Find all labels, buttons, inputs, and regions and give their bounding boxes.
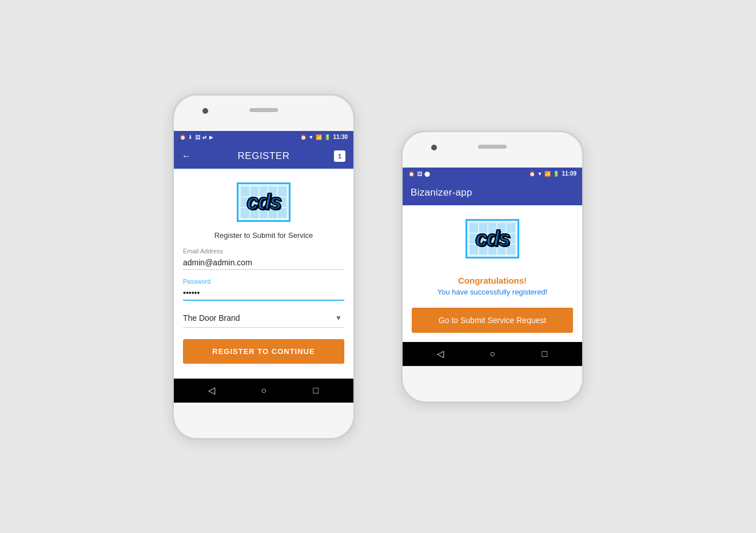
- alarm2-icon-1: ⏰: [300, 134, 307, 140]
- download-icon-1: ⬇: [188, 134, 193, 140]
- image-icon-1: 🖼: [195, 134, 200, 140]
- nav-back-icon-2[interactable]: ◁: [432, 345, 449, 363]
- password-label-1: Password: [183, 278, 344, 285]
- status-icons-right-1: ⏰ ▼ 📶 🔋 11:30: [300, 134, 348, 140]
- email-label-1: Email Address: [183, 248, 344, 254]
- dropdown-wrapper-1: The Door Brand Brand A Brand B ▼: [183, 309, 344, 328]
- nav-home-icon-1[interactable]: ○: [255, 382, 272, 399]
- nav-recents-icon-2[interactable]: □: [536, 345, 553, 363]
- cds-logo-text-1: cds: [246, 190, 280, 214]
- image-icon-2: 🖼: [417, 171, 422, 177]
- alarm-icon-1: ⏰: [180, 134, 186, 140]
- status-icons-right-2: ⏰ ▼ 📶 🔋 11:09: [529, 170, 577, 177]
- submit-service-button-2[interactable]: Go to Submit Service Request: [412, 308, 573, 333]
- play-icon-1: ▶: [209, 134, 213, 140]
- cds-logo-1: cds: [237, 182, 290, 222]
- password-group-1: Password: [183, 278, 344, 301]
- back-button-1[interactable]: ←: [182, 151, 199, 161]
- phone-1: ⏰ ⬇ 🖼 ⇄ ▶ ⏰ ▼ 📶 🔋 11:30 ← REGISTER: [172, 94, 355, 440]
- screen-content-1: cds Register to Submit for Service Email…: [174, 169, 353, 379]
- phone-1-screen: ⏰ ⬇ 🖼 ⇄ ▶ ⏰ ▼ 📶 🔋 11:30 ← REGISTER: [174, 131, 353, 403]
- cds-logo-2: cds: [465, 219, 519, 258]
- app-bar-right-1: 1: [328, 150, 345, 162]
- camera-1: [202, 108, 208, 114]
- screen-content-2: cds Congratulations! You have successful…: [403, 205, 582, 342]
- alarm2-icon-2: ⏰: [529, 171, 535, 177]
- cds-logo-text-2: cds: [475, 226, 509, 251]
- circle-icon-2: ⬤: [424, 171, 430, 177]
- congratulations-text-2: Congratulations!: [458, 276, 527, 285]
- time-1: 11:30: [333, 134, 348, 140]
- battery-icon-1: 🔋: [324, 134, 331, 140]
- form-subtitle-1: Register to Submit for Service: [214, 231, 313, 240]
- phone-2-screen: ⏰ 🖼 ⬤ ⏰ ▼ 📶 🔋 11:09 Bizanizer-app: [403, 168, 582, 366]
- nav-bar-2: ◁ ○ □: [403, 342, 582, 366]
- dropdown-group-1: The Door Brand Brand A Brand B ▼: [183, 309, 344, 328]
- camera-2: [431, 145, 437, 150]
- status-icons-left-2: ⏰ 🖼 ⬤: [408, 171, 430, 177]
- nav-bar-1: ◁ ○ □: [174, 379, 353, 403]
- success-subtitle-2: You have successfully registered!: [437, 288, 547, 296]
- phone-2: ⏰ 🖼 ⬤ ⏰ ▼ 📶 🔋 11:09 Bizanizer-app: [401, 130, 584, 403]
- email-group-1: Email Address: [183, 248, 344, 270]
- status-icons-left-1: ⏰ ⬇ 🖼 ⇄ ▶: [180, 134, 213, 140]
- status-bar-2: ⏰ 🖼 ⬤ ⏰ ▼ 📶 🔋 11:09: [403, 168, 582, 180]
- wifi-icon-2: ▼: [538, 171, 543, 177]
- register-button-1[interactable]: REGISTER TO CONTINUE: [183, 339, 344, 364]
- nav-recents-icon-1[interactable]: □: [307, 382, 324, 399]
- alarm-icon-2: ⏰: [408, 171, 415, 177]
- time-2: 11:09: [562, 170, 576, 177]
- app-bar-1: ← REGISTER 1: [174, 144, 353, 169]
- nav-home-icon-2[interactable]: ○: [484, 345, 501, 363]
- speaker-2: [478, 145, 507, 149]
- password-input-1[interactable]: [183, 286, 344, 301]
- brand-dropdown-1[interactable]: The Door Brand Brand A Brand B: [183, 309, 344, 328]
- notification-badge-1[interactable]: 1: [334, 150, 345, 162]
- sync-icon-1: ⇄: [202, 134, 207, 140]
- phone-1-bottom: [174, 403, 353, 438]
- speaker-1: [249, 108, 278, 112]
- signal-icon-1: 📶: [316, 134, 322, 140]
- battery-icon-2: 🔋: [553, 171, 559, 177]
- app-bar-2: Bizanizer-app: [403, 180, 582, 205]
- nav-back-icon-1[interactable]: ◁: [203, 382, 220, 399]
- signal-icon-2: 📶: [544, 171, 551, 177]
- status-bar-1: ⏰ ⬇ 🖼 ⇄ ▶ ⏰ ▼ 📶 🔋 11:30: [174, 131, 353, 144]
- app-bar-title-2: Bizanizer-app: [411, 187, 472, 198]
- phone-2-top: [403, 132, 582, 168]
- phone-1-top: [174, 96, 353, 131]
- app-bar-title-1: REGISTER: [199, 150, 328, 162]
- back-arrow-icon-1: ←: [182, 151, 191, 161]
- email-input-1[interactable]: [183, 256, 344, 270]
- phone-2-bottom: [403, 366, 582, 401]
- wifi-icon-1: ▼: [309, 134, 314, 140]
